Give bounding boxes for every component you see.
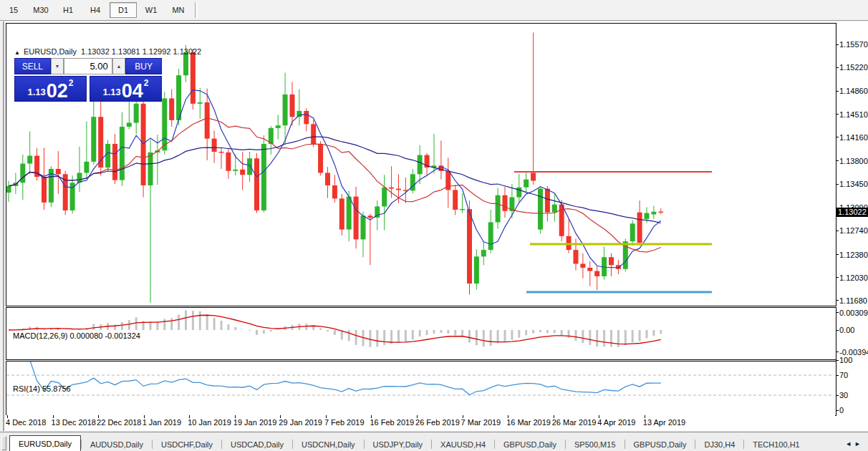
candle-body: [389, 188, 394, 189]
price-axis-tick: [836, 300, 839, 301]
toolbar-timeframe-H1[interactable]: H1: [55, 3, 81, 17]
candle-body: [396, 189, 401, 190]
tab-usdcnh-daily[interactable]: USDCNH,Daily: [293, 437, 364, 451]
macd-label: MACD(12,26,9) 0.000080 -0.001324: [13, 331, 140, 340]
sell-price-big: 02: [47, 82, 68, 100]
candle-body: [658, 212, 663, 213]
rsi-axis-label: 70: [839, 371, 848, 379]
candle-body: [212, 139, 217, 152]
candle-body: [84, 162, 89, 173]
candle-body: [609, 257, 614, 265]
candle-body: [594, 271, 599, 276]
macd-axis-label: 0.00: [839, 326, 854, 334]
price-axis-tick: [836, 254, 839, 255]
tab-sp500-m15[interactable]: SP500,M15: [566, 437, 624, 451]
volume-dropdown-button[interactable]: ▼: [51, 58, 64, 74]
candle-body: [651, 212, 656, 215]
sell-quote[interactable]: 1.13 02 2: [14, 76, 87, 102]
tab-tech100-h1[interactable]: TECH100,H1: [744, 437, 808, 451]
date-axis-label: 1 Jan 2019: [143, 418, 181, 427]
collapse-icon[interactable]: ▲: [14, 49, 20, 56]
tabbar-gripper[interactable]: [1, 436, 6, 450]
candle-body: [637, 213, 642, 243]
price-axis-tick: [836, 114, 839, 115]
rsi-axis-label: 30: [839, 391, 848, 399]
price-axis-tick: [836, 277, 839, 278]
candle-body: [261, 144, 266, 210]
rsi-pane[interactable]: [6, 361, 836, 416]
date-axis-label: 22 Dec 2018: [97, 418, 141, 427]
candle-body: [516, 188, 521, 198]
candle-body: [112, 144, 117, 180]
one-click-trading-panel: SELL ▼ 5.00 ▲ BUY 1.13 02 2 1.13 04 2: [14, 58, 162, 102]
toolbar-timeframe-15[interactable]: 15: [1, 3, 26, 17]
price-axis-label: 1.14160: [839, 133, 868, 142]
price-axis-tick: [836, 91, 839, 92]
candle-body: [453, 190, 458, 210]
buy-price-prefix: 1.13: [102, 87, 120, 97]
tab-scroll-buttons: ◄►: [845, 440, 864, 447]
candle-body: [205, 102, 210, 139]
candle-body: [524, 180, 529, 188]
date-axis-label: 19 Jan 2019: [233, 418, 277, 427]
tab-eurusd-daily[interactable]: EURUSD,Daily: [9, 435, 81, 451]
timeframe-toolbar: 15M30H1H4D1W1MN: [0, 0, 868, 21]
candle-body: [616, 265, 621, 269]
date-axis: 4 Dec 201813 Dec 201822 Dec 20181 Jan 20…: [6, 415, 835, 431]
candle-body: [70, 183, 75, 210]
date-axis-label: 10 Jan 2019: [188, 418, 231, 427]
toolbar-timeframe-D1[interactable]: D1: [110, 2, 137, 18]
tab-dj30-h4[interactable]: DJ30,H4: [695, 437, 743, 451]
tab-usdchf-daily[interactable]: USDCHF,Daily: [153, 437, 221, 451]
candle-body: [240, 170, 245, 175]
price-axis-label: 1.15220: [839, 63, 868, 72]
date-axis-label: 13 Apr 2019: [643, 418, 685, 427]
toolbar-timeframe-H4[interactable]: H4: [82, 3, 108, 17]
candle-body: [531, 173, 536, 180]
macd-axis-tick: [836, 330, 839, 331]
rsi-axis-tick: [836, 375, 839, 376]
chart-tab-bar: EURUSD,DailyAUDUSD,DailyUSDCHF,DailyUSDC…: [0, 432, 868, 451]
volume-input[interactable]: 5.00: [64, 58, 112, 74]
tab-usdcad-daily[interactable]: USDCAD,Daily: [222, 437, 292, 451]
candle-body: [254, 158, 259, 210]
price-axis-label: 1.12740: [839, 226, 868, 235]
toolbar-timeframe-MN[interactable]: MN: [165, 3, 191, 17]
tab-scroll-left-button[interactable]: ◄: [845, 440, 854, 447]
candle-body: [325, 173, 330, 185]
macd-axis-tick: [836, 312, 839, 313]
volume-up-button[interactable]: ▲: [112, 58, 126, 74]
tab-xauusd-h4[interactable]: XAUUSD,H4: [432, 437, 494, 451]
sell-button[interactable]: SELL: [14, 58, 51, 74]
rsi-axis-tick: [836, 360, 839, 361]
buy-button[interactable]: BUY: [125, 58, 162, 74]
toolbar-timeframe-M30[interactable]: M30: [28, 3, 54, 17]
candle-body: [587, 268, 592, 271]
candle-body: [311, 124, 316, 144]
tab-scroll-right-button[interactable]: ►: [854, 440, 864, 447]
price-axis-label: 1.11680: [839, 296, 867, 305]
price-axis-tick: [836, 184, 839, 185]
tab-audusd-daily[interactable]: AUDUSD,Daily: [82, 437, 152, 451]
toolbar-timeframe-W1[interactable]: W1: [138, 3, 164, 17]
candle-body: [496, 195, 501, 223]
date-axis-label: 29 Jan 2019: [279, 418, 322, 427]
macd-axis-label: 0.003095: [839, 309, 868, 317]
candle-body: [6, 186, 11, 193]
candle-body: [148, 152, 153, 185]
date-axis-label: 16 Mar 2019: [506, 418, 551, 427]
candle-body: [283, 94, 288, 125]
candle-body: [127, 123, 132, 127]
rsi-label: RSI(14) 55.8756: [13, 384, 71, 393]
price-axis-label: 1.12030: [839, 273, 868, 282]
candle-body: [56, 169, 61, 174]
candle-body: [169, 98, 174, 120]
candle-body: [247, 158, 252, 175]
candle-body: [418, 155, 423, 175]
tab-usdjpy-daily[interactable]: USDJPY,Daily: [365, 437, 432, 451]
tab-gbpusd-daily[interactable]: GBPUSD,Daily: [495, 437, 565, 451]
buy-quote[interactable]: 1.13 04 2: [90, 76, 162, 102]
candle-body: [566, 236, 572, 250]
tab-gbpusd-daily[interactable]: GBPUSD,Daily: [625, 437, 695, 451]
candle-body: [645, 213, 650, 219]
